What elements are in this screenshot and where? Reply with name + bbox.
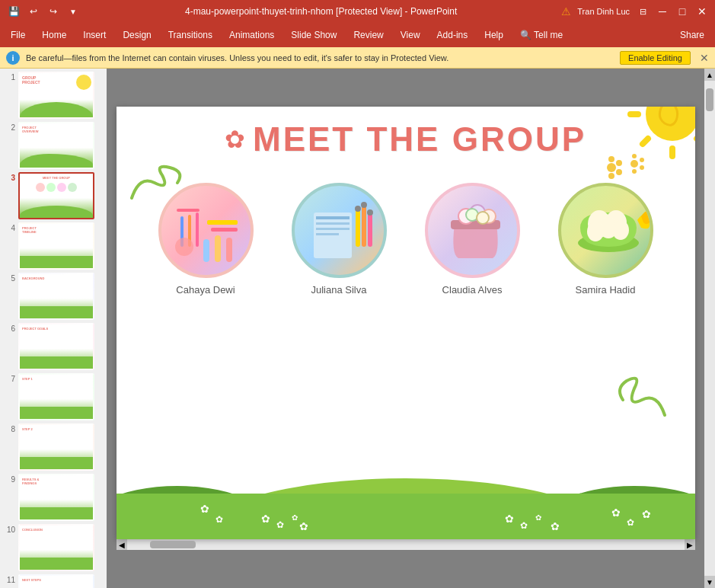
svg-text:✿: ✿	[611, 507, 621, 519]
member-4-name: Samira Hadid	[576, 284, 636, 296]
slide-thumb-4[interactable]: 4 PROJECTTIMELINE	[3, 222, 104, 270]
menu-help[interactable]: Help	[477, 27, 511, 43]
svg-text:✿: ✿	[276, 519, 284, 530]
svg-point-12	[616, 160, 622, 166]
protected-view-close[interactable]: ✕	[700, 52, 709, 64]
enable-editing-button[interactable]: Enable Editing	[620, 51, 691, 65]
minimize-icon[interactable]: ─	[656, 5, 669, 18]
svg-text:✿: ✿	[215, 514, 223, 525]
member-1-photo	[158, 183, 254, 278]
svg-text:✿: ✿	[200, 503, 209, 515]
svg-rect-31	[316, 222, 350, 225]
member-3-photo	[425, 183, 520, 278]
window-title: 4-mau-powerpoint-thuyet-trinh-nhom [Prot…	[185, 6, 457, 17]
slide-panel[interactable]: 1 GROUPPROJECT 2 PROJECTOVERVIEW 3	[0, 69, 107, 588]
svg-text:✿: ✿	[292, 513, 298, 522]
scroll-right-btn[interactable]: ▶	[685, 539, 695, 550]
menu-review[interactable]: Review	[346, 27, 391, 43]
svg-point-50	[587, 222, 604, 241]
svg-point-38	[361, 202, 367, 208]
svg-rect-33	[316, 233, 339, 235]
menu-file[interactable]: File	[3, 27, 33, 43]
title-flower-icon: ✿	[225, 125, 245, 154]
ribbon-collapse-icon[interactable]: ⊟	[636, 5, 650, 18]
slide-thumb-5[interactable]: 5 BACKGROUND	[3, 273, 104, 320]
svg-rect-28	[226, 238, 232, 262]
redo-icon[interactable]: ↪	[46, 4, 61, 19]
member-3: Claudia Alves	[425, 183, 520, 296]
menu-design[interactable]: Design	[115, 27, 158, 43]
member-4-photo	[558, 183, 653, 278]
slide-thumb-10[interactable]: 10 CONCLUSION	[3, 524, 104, 571]
svg-rect-55	[117, 494, 695, 539]
slide-thumb-8[interactable]: 8 STEP 2	[3, 423, 104, 471]
svg-rect-34	[356, 209, 360, 247]
slide-thumb-7[interactable]: 7 STEP 1	[3, 373, 104, 420]
v-scroll-track[interactable]	[704, 81, 715, 576]
slide-title: ✿ MEET THE GROUP	[147, 120, 665, 158]
svg-point-37	[355, 206, 361, 212]
slide-thumb-1[interactable]: 1 GROUPPROJECT	[3, 72, 104, 119]
menu-insert[interactable]: Insert	[75, 27, 113, 43]
slide-thumb-2[interactable]: 2 PROJECTOVERVIEW	[3, 122, 104, 169]
scroll-down-btn[interactable]: ▼	[704, 576, 715, 588]
svg-rect-30	[316, 216, 350, 219]
slide-thumb-9[interactable]: 9 RESULTS &FINDINGS	[3, 474, 104, 521]
protected-view-text: Be careful—files from the Internet can c…	[26, 53, 614, 62]
svg-rect-27	[215, 235, 221, 262]
svg-text:✿: ✿	[261, 513, 270, 525]
menu-tellme[interactable]: 🔍 Tell me	[512, 27, 570, 43]
member-3-name: Claudia Alves	[442, 284, 503, 296]
svg-rect-23	[207, 220, 238, 225]
member-1: Cahaya Dewi	[158, 183, 254, 296]
svg-text:✿: ✿	[535, 513, 541, 522]
share-button[interactable]: Share	[672, 27, 712, 43]
svg-point-45	[477, 212, 489, 224]
svg-rect-26	[203, 239, 209, 262]
slide-thumb-3[interactable]: 3 MEET THE GROUP	[3, 172, 104, 219]
svg-point-51	[612, 220, 629, 240]
menu-view[interactable]: View	[393, 27, 428, 43]
svg-rect-19	[177, 209, 199, 212]
v-scroll-thumb[interactable]	[706, 88, 713, 111]
svg-text:✿: ✿	[299, 520, 308, 532]
menu-home[interactable]: Home	[34, 27, 74, 43]
slide-canvas-main: ✿ MEET THE GROUP	[117, 107, 695, 539]
member-2-name: Juliana Silva	[311, 284, 367, 296]
h-scroll-track[interactable]	[127, 539, 685, 550]
maximize-icon[interactable]: □	[675, 5, 689, 18]
protected-view-bar: i Be careful—files from the Internet can…	[0, 47, 715, 69]
slide-thumb-6[interactable]: 6 PROJECT GOALS	[3, 323, 104, 370]
close-icon[interactable]: ✕	[695, 5, 709, 18]
svg-point-39	[367, 209, 373, 216]
svg-rect-35	[362, 205, 366, 247]
menu-bar: File Home Insert Design Transitions Anim…	[0, 23, 715, 47]
svg-point-11	[608, 173, 614, 179]
scroll-up-btn[interactable]: ▲	[704, 69, 715, 81]
h-scroll-thumb[interactable]	[150, 541, 196, 548]
svg-text:✿: ✿	[505, 513, 514, 525]
scroll-left-btn[interactable]: ◀	[117, 539, 127, 550]
grass-area: ✿ ✿ ✿ ✿ ✿ ✿ ✿ ✿ ✿ ✿ ✿ ✿ ✿	[117, 433, 695, 539]
svg-text:✿: ✿	[551, 520, 560, 532]
menu-addins[interactable]: Add-ins	[429, 27, 476, 43]
protected-view-icon: i	[6, 51, 20, 65]
h-scrollbar[interactable]: ◀ ▶	[117, 539, 695, 550]
save-icon[interactable]: 💾	[6, 4, 21, 19]
menu-animations[interactable]: Animations	[222, 27, 282, 43]
svg-text:✿: ✿	[642, 508, 651, 520]
customize-icon[interactable]: ▼	[65, 4, 81, 19]
v-scrollbar[interactable]: ▲ ▼	[704, 69, 715, 588]
slide-thumb-11[interactable]: 11 NEXT STEPS	[3, 574, 104, 588]
svg-rect-22	[196, 213, 199, 247]
svg-point-25	[175, 238, 193, 256]
title-bar-right: ⚠ Tran Dinh Luc ⊟ ─ □ ✕	[561, 5, 709, 18]
member-2-photo	[292, 183, 387, 278]
menu-slideshow[interactable]: Slide Show	[283, 27, 344, 43]
svg-point-14	[630, 160, 638, 168]
title-bar: 💾 ↩ ↪ ▼ 4-mau-powerpoint-thuyet-trinh-nh…	[0, 0, 715, 23]
undo-icon[interactable]: ↩	[26, 4, 41, 19]
user-name: Tran Dinh Luc	[577, 7, 630, 16]
menu-transitions[interactable]: Transitions	[161, 27, 220, 43]
photos-row: Cahaya Dewi	[117, 183, 695, 296]
